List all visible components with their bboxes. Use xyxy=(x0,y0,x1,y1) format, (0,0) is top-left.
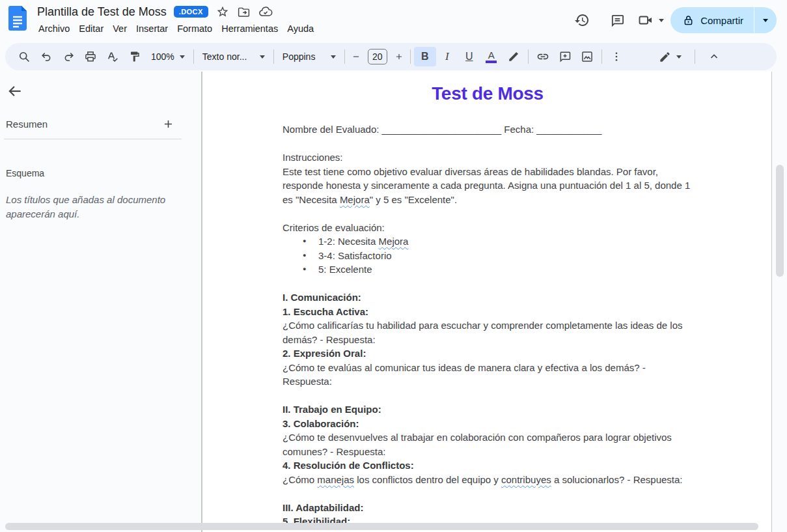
doc-paragraph[interactable]: Instrucciones: xyxy=(283,150,693,165)
spellcheck-squiggle-word: Mejora xyxy=(379,236,409,247)
doc-paragraph[interactable]: ¿Cómo te desenvuelves al trabajar en col… xyxy=(283,430,693,458)
outline-hint-text: Los títulos que añadas al documento apar… xyxy=(6,193,170,221)
doc-paragraph[interactable]: 5: Excelente xyxy=(283,262,693,277)
doc-paragraph[interactable]: ¿Cómo calificarías tu habilidad para esc… xyxy=(283,318,693,346)
menu-archivo[interactable]: Archivo xyxy=(34,21,74,36)
lock-icon xyxy=(682,14,695,27)
paragraph-styles-select[interactable]: Texto nor... xyxy=(197,47,270,66)
meet-call-button[interactable] xyxy=(638,12,664,28)
doc-paragraph[interactable]: II. Trabajo en Equipo: xyxy=(283,402,693,417)
font-caret-icon xyxy=(331,55,336,59)
increase-font-size-button[interactable] xyxy=(391,47,407,66)
document-editing-surface[interactable]: Test de Moss Nombre del Evaluado: ______… xyxy=(202,72,693,532)
editing-mode-select[interactable] xyxy=(654,47,687,66)
print-icon[interactable] xyxy=(79,47,102,66)
toolbar-divider xyxy=(344,49,345,64)
undo-icon[interactable] xyxy=(35,47,57,66)
text-color-button[interactable]: A xyxy=(480,47,503,66)
zoom-caret-icon xyxy=(180,55,185,59)
doc-paragraph[interactable]: I. Comunicación: xyxy=(283,290,693,305)
menu-ver[interactable]: Ver xyxy=(108,21,131,36)
left-panel: Resumen Esquema Los títulos que añadas a… xyxy=(0,72,202,532)
move-to-folder-icon[interactable] xyxy=(237,5,251,19)
pencil-icon xyxy=(659,51,671,63)
doc-heading-title[interactable]: Test de Moss xyxy=(283,82,693,105)
sidebar-divider xyxy=(4,139,182,139)
share-button-group: Compartir xyxy=(670,7,777,33)
spellcheck-squiggle-word: manejas xyxy=(317,474,354,485)
comments-icon[interactable] xyxy=(603,6,631,35)
font-select[interactable]: Poppins xyxy=(277,47,341,66)
toolbar-divider xyxy=(193,49,194,64)
italic-button[interactable]: I xyxy=(436,47,458,66)
insert-link-icon[interactable] xyxy=(532,47,554,66)
spelling-check-icon[interactable] xyxy=(102,47,124,66)
toolbar: 100% Texto nor... Poppins B I U A xyxy=(5,43,777,70)
doc-paragraph[interactable]: 2. Expresión Oral: xyxy=(283,346,693,361)
vertical-scrollbar-thumb[interactable] xyxy=(776,165,784,277)
doc-paragraph[interactable] xyxy=(283,206,693,221)
menu-bar: Archivo Editar Ver Insertar Formato Herr… xyxy=(34,21,318,36)
redo-icon[interactable] xyxy=(57,47,79,66)
document-title[interactable]: Plantilla de Test de Moss xyxy=(37,5,167,19)
meet-caret-icon[interactable] xyxy=(659,19,664,22)
doc-paragraph[interactable]: Criterios de evaluación: xyxy=(283,221,693,235)
text-color-swatch xyxy=(486,61,497,63)
cloud-saved-icon[interactable] xyxy=(258,5,273,19)
doc-paragraph[interactable]: Este test tiene como objetivo evaluar di… xyxy=(283,165,693,207)
doc-paragraph[interactable] xyxy=(283,486,693,501)
share-options-caret[interactable] xyxy=(754,7,777,33)
styles-caret-icon xyxy=(260,55,265,59)
toolbar-divider xyxy=(273,49,274,64)
doc-paragraph[interactable]: 4. Resolución de Conflictos: xyxy=(283,458,693,473)
top-bar: Plantilla de Test de Moss .DOCX Archivo … xyxy=(0,0,787,40)
vertical-scrollbar-track[interactable] xyxy=(772,72,787,532)
doc-paragraph[interactable]: 3. Colaboración: xyxy=(283,417,693,431)
toolbar-divider xyxy=(410,49,411,64)
doc-paragraph[interactable]: ¿Cómo te evalúas al comunicar tus ideas … xyxy=(283,361,693,389)
spellcheck-squiggle-word: Mejora xyxy=(340,194,370,205)
add-comment-icon[interactable] xyxy=(554,47,576,66)
font-size-input[interactable] xyxy=(368,49,387,64)
document-page[interactable]: Test de Moss Nombre del Evaluado: ______… xyxy=(202,72,772,532)
highlight-color-icon[interactable] xyxy=(503,47,525,66)
search-menus-icon[interactable] xyxy=(13,47,35,66)
outline-label: Esquema xyxy=(6,168,44,178)
menu-formato[interactable]: Formato xyxy=(173,21,217,36)
doc-paragraph[interactable]: 3-4: Satisfactorio xyxy=(283,249,693,263)
summary-label: Resumen xyxy=(6,119,48,130)
menu-insertar[interactable]: Insertar xyxy=(131,21,173,36)
version-history-icon[interactable] xyxy=(568,6,596,35)
zoom-select[interactable]: 100% xyxy=(146,47,190,66)
mode-caret-icon xyxy=(676,55,682,59)
doc-paragraph[interactable] xyxy=(283,389,693,403)
google-docs-logo-icon[interactable] xyxy=(8,6,27,31)
decrease-font-size-button[interactable] xyxy=(348,47,364,66)
collapse-toolbar-icon[interactable] xyxy=(703,47,725,66)
doc-paragraph[interactable] xyxy=(283,137,693,151)
star-icon[interactable] xyxy=(215,5,230,19)
paint-format-icon[interactable] xyxy=(124,47,146,66)
doc-paragraph[interactable] xyxy=(283,277,693,291)
spellcheck-squiggle-word: contribuyes xyxy=(501,474,551,485)
doc-paragraph[interactable]: 1-2: Necesita Mejora xyxy=(283,234,693,249)
doc-paragraph[interactable]: ¿Cómo manejas los conflictos dentro del … xyxy=(283,473,693,487)
underline-button[interactable]: U xyxy=(458,47,480,66)
doc-paragraphs[interactable]: Nombre del Evaluado: ___________________… xyxy=(283,122,693,532)
menu-herramientas[interactable]: Herramientas xyxy=(217,21,283,36)
toolbar-divider xyxy=(601,49,602,64)
doc-paragraph[interactable]: 1. Escucha Activa: xyxy=(283,305,693,319)
add-summary-icon[interactable] xyxy=(160,116,176,132)
share-button[interactable]: Compartir xyxy=(670,7,754,33)
doc-paragraph[interactable]: Nombre del Evaluado: ___________________… xyxy=(283,122,693,137)
doc-paragraph[interactable]: III. Adaptabilidad: xyxy=(283,501,693,515)
bold-button[interactable]: B xyxy=(414,47,436,66)
insert-image-icon[interactable] xyxy=(576,47,598,66)
share-separator xyxy=(754,7,754,33)
horizontal-scrollbar-thumb[interactable] xyxy=(5,523,758,530)
back-arrow-icon[interactable] xyxy=(7,83,23,100)
menu-editar[interactable]: Editar xyxy=(74,21,108,36)
toolbar-divider xyxy=(528,49,529,64)
menu-ayuda[interactable]: Ayuda xyxy=(283,21,318,36)
more-options-icon[interactable] xyxy=(605,47,628,66)
